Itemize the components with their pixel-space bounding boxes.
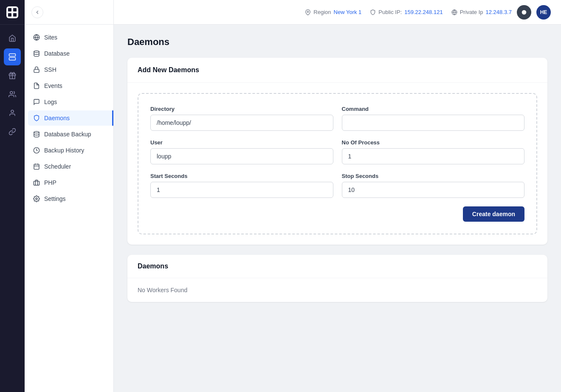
sidebar-item-database[interactable]: Database xyxy=(28,46,110,61)
daemons-list-header: Daemons xyxy=(127,255,547,278)
user-label: User xyxy=(150,139,333,146)
svg-rect-5 xyxy=(9,54,16,56)
add-daemons-card-body: Directory Command User xyxy=(127,83,547,245)
region-label: Region xyxy=(313,9,331,15)
rail-icons xyxy=(0,25,25,140)
no-workers-message: No Workers Found xyxy=(127,278,547,302)
svg-rect-4 xyxy=(13,13,17,17)
svg-point-11 xyxy=(10,91,13,94)
no-of-process-group: No Of Process xyxy=(342,139,525,164)
sidebar-item-database-backup[interactable]: Database Backup xyxy=(28,127,110,142)
sidebar-item-settings[interactable]: Settings xyxy=(28,191,110,206)
sidebar-header xyxy=(25,0,113,25)
no-of-process-input[interactable] xyxy=(342,148,525,164)
sidebar-item-logs[interactable]: Logs xyxy=(28,94,110,110)
sidebar-item-php[interactable]: PHP xyxy=(28,175,110,190)
stop-seconds-group: Stop Seconds xyxy=(342,173,525,198)
svg-point-17 xyxy=(34,131,39,133)
sidebar-item-backup-history-label: Backup History xyxy=(44,147,84,154)
page-header: Daemons xyxy=(127,37,547,48)
public-ip-info: Public IP: 159.22.248.121 xyxy=(370,9,443,15)
command-input[interactable] xyxy=(342,115,525,131)
rail-server[interactable] xyxy=(4,48,21,65)
rail-gift[interactable] xyxy=(4,67,21,84)
directory-input[interactable] xyxy=(150,115,333,131)
back-button[interactable] xyxy=(31,6,43,18)
sidebar-item-daemons-label: Daemons xyxy=(44,115,70,121)
sidebar-item-ssh-label: SSH xyxy=(44,66,56,73)
directory-group: Directory xyxy=(150,106,333,131)
sidebar-item-sites[interactable]: Sites xyxy=(28,30,110,45)
user-avatar[interactable]: HE xyxy=(536,5,551,20)
command-label: Command xyxy=(342,106,525,112)
add-daemons-card-header: Add New Daemons xyxy=(127,58,547,83)
svg-rect-23 xyxy=(34,181,39,185)
rail-home[interactable] xyxy=(4,30,21,47)
svg-point-28 xyxy=(522,10,527,14)
rail-users[interactable] xyxy=(4,86,21,103)
svg-point-25 xyxy=(307,11,309,13)
svg-rect-0 xyxy=(6,6,18,18)
private-ip-label: Private Ip xyxy=(460,9,483,15)
sidebar-nav: Sites Database SSH Events xyxy=(25,25,113,392)
location-icon xyxy=(305,9,311,15)
sidebar-item-backup-history[interactable]: Backup History xyxy=(28,143,110,158)
form-footer: Create daemon xyxy=(150,206,524,222)
sidebar-item-daemons[interactable]: Daemons xyxy=(28,110,113,126)
add-daemons-card: Add New Daemons Directory Command xyxy=(127,58,547,245)
create-daemon-button[interactable]: Create daemon xyxy=(463,206,524,222)
rail-link[interactable] xyxy=(4,123,21,140)
start-seconds-input[interactable] xyxy=(150,182,333,198)
svg-rect-19 xyxy=(34,164,39,169)
sidebar-item-logs-label: Logs xyxy=(44,99,57,105)
icon-rail xyxy=(0,0,25,392)
sidebar-item-settings-label: Settings xyxy=(44,195,66,202)
sidebar-item-database-backup-label: Database Backup xyxy=(44,131,91,138)
form-row-1: Directory Command xyxy=(150,106,524,131)
start-seconds-group: Start Seconds xyxy=(150,173,333,198)
svg-point-12 xyxy=(11,110,14,113)
form-row-3: Start Seconds Stop Seconds xyxy=(150,173,524,198)
sidebar-item-scheduler-label: Scheduler xyxy=(44,163,71,170)
content-area: Daemons Add New Daemons Directory Comman… xyxy=(114,25,561,392)
region-value: New York 1 xyxy=(334,9,362,15)
command-group: Command xyxy=(342,106,525,131)
topbar-meta: Region New York 1 Public IP: 159.22.248.… xyxy=(305,9,512,15)
page-title: Daemons xyxy=(127,37,169,48)
topbar: Region New York 1 Public IP: 159.22.248.… xyxy=(114,0,561,25)
form-row-2: User No Of Process xyxy=(150,139,524,164)
add-daemons-form: Directory Command User xyxy=(138,93,537,234)
add-daemons-title: Add New Daemons xyxy=(138,66,537,74)
daemons-list-title: Daemons xyxy=(138,262,537,270)
sidebar-item-events[interactable]: Events xyxy=(28,78,110,93)
user-input[interactable] xyxy=(150,148,333,164)
sidebar-item-sites-label: Sites xyxy=(44,34,57,41)
svg-point-15 xyxy=(34,51,39,52)
sidebar-item-database-label: Database xyxy=(44,50,70,57)
rail-person[interactable] xyxy=(4,104,21,121)
svg-rect-6 xyxy=(9,58,16,60)
public-ip-value: 159.22.248.121 xyxy=(404,9,443,15)
sidebar-item-php-label: PHP xyxy=(44,179,56,186)
user-group: User xyxy=(150,139,333,164)
app-logo xyxy=(0,0,25,25)
sidebar-item-ssh[interactable]: SSH xyxy=(28,62,110,77)
directory-label: Directory xyxy=(150,106,333,112)
svg-rect-1 xyxy=(8,8,11,11)
main-content: Region New York 1 Public IP: 159.22.248.… xyxy=(114,0,561,392)
network-icon xyxy=(451,9,457,15)
sidebar: Sites Database SSH Events xyxy=(25,0,114,392)
private-ip-value: 12.248.3.7 xyxy=(486,9,512,15)
daemons-list-card: Daemons No Workers Found xyxy=(127,255,547,302)
no-of-process-label: No Of Process xyxy=(342,139,525,146)
sidebar-item-events-label: Events xyxy=(44,82,62,89)
public-ip-label: Public IP: xyxy=(378,9,402,15)
stop-seconds-label: Stop Seconds xyxy=(342,173,525,179)
sidebar-item-scheduler[interactable]: Scheduler xyxy=(28,159,110,174)
theme-toggle[interactable] xyxy=(517,5,531,20)
svg-rect-16 xyxy=(34,69,39,72)
stop-seconds-input[interactable] xyxy=(342,182,525,198)
private-ip-info: Private Ip 12.248.3.7 xyxy=(451,9,512,15)
start-seconds-label: Start Seconds xyxy=(150,173,333,179)
svg-rect-2 xyxy=(13,8,17,11)
